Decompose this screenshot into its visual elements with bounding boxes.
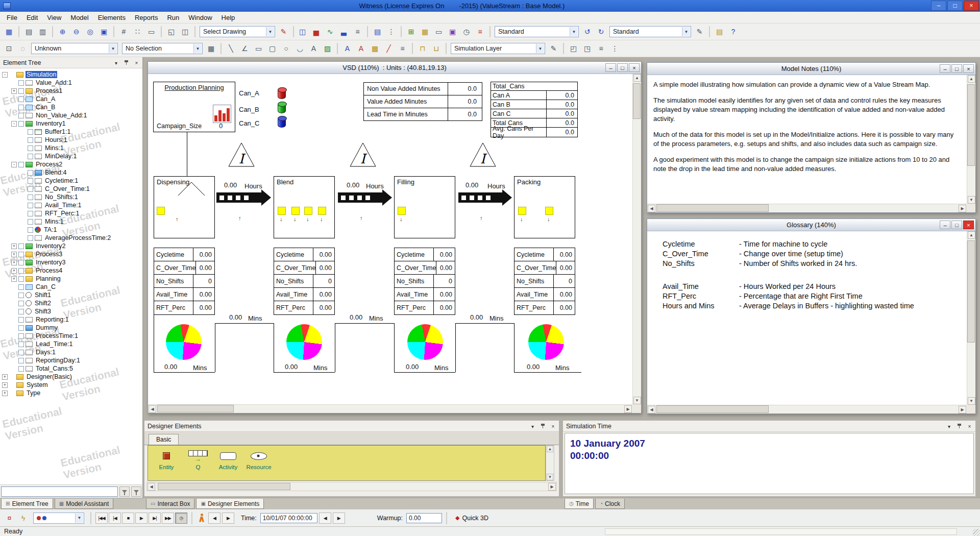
menu-item[interactable]: View <box>42 12 66 23</box>
tree-item[interactable]: - Simulation <box>0 70 142 79</box>
tree-item[interactable]: Can_C <box>0 283 142 291</box>
checkbox[interactable] <box>28 227 33 233</box>
scroll-down-icon[interactable]: ▼ <box>547 474 553 480</box>
run-to-time-button[interactable]: ◷ <box>175 513 187 524</box>
filter-input[interactable] <box>1 486 118 497</box>
experiment-icon[interactable]: ϟ <box>17 512 30 524</box>
menu-item[interactable]: Run <box>162 12 184 23</box>
line-color-icon[interactable]: ╱ <box>382 42 395 55</box>
checkbox[interactable] <box>28 211 33 216</box>
speed-down-button[interactable]: ◀ <box>208 513 220 524</box>
select-elements-icon[interactable]: ⊡ <box>3 42 15 55</box>
display-grid-icon[interactable]: ▦ <box>205 42 217 55</box>
tree-item[interactable]: Blend:4 <box>0 168 142 177</box>
tree-item[interactable]: Value_Add:1 <box>0 79 142 87</box>
model-actions-icon[interactable]: ¤ <box>3 512 16 524</box>
scroll-up-icon[interactable]: ▲ <box>633 74 641 82</box>
print-icon[interactable]: ▤ <box>22 26 35 38</box>
queue-square[interactable] <box>318 207 326 215</box>
pin-icon[interactable] <box>538 422 547 430</box>
filter-options-icon[interactable] <box>131 486 141 497</box>
delay-pie-dispensing[interactable] <box>166 324 202 360</box>
expander-icon[interactable]: - <box>11 121 17 127</box>
report-icon[interactable]: ≡ <box>351 26 364 38</box>
close-icon[interactable]: × <box>132 59 141 67</box>
align-icon[interactable]: ≡ <box>595 42 607 55</box>
close-icon[interactable]: × <box>965 422 974 430</box>
chevron-down-icon[interactable]: ▼ <box>536 44 544 53</box>
ruler-icon[interactable]: ▭ <box>145 26 158 38</box>
warmup-input[interactable] <box>406 513 442 523</box>
checkbox[interactable] <box>18 260 24 265</box>
timeseries-icon[interactable]: ∿ <box>324 26 336 38</box>
draw-text-icon[interactable]: A <box>307 42 320 55</box>
scroll-left-icon[interactable]: ◀ <box>648 406 655 413</box>
zoom-out-icon[interactable]: ⊖ <box>70 26 83 38</box>
palette-item[interactable]: Entity <box>151 449 182 470</box>
tree-item[interactable]: + Inventory3 <box>0 258 142 266</box>
tree-item[interactable]: Mins:1 <box>0 144 142 152</box>
font-color-icon[interactable]: A <box>355 42 368 55</box>
chevron-down-icon[interactable]: ▼ <box>109 44 117 53</box>
tree-item[interactable]: Hours:1 <box>0 136 142 144</box>
scroll-left-icon[interactable]: ◀ <box>149 405 156 413</box>
metric-box[interactable]: Non Value Added Minutes 0.0 <box>363 82 482 95</box>
total-cans-table[interactable]: Total_Cans Can A 0.0 Can B 0.0 <box>491 82 578 137</box>
can-a-icon[interactable] <box>278 88 286 99</box>
copy-display-icon[interactable]: ◫ <box>296 26 309 38</box>
tree-item[interactable]: Shift1 <box>0 291 142 299</box>
tree-item[interactable]: Can_A <box>0 95 142 103</box>
checkbox[interactable] <box>18 276 24 282</box>
tree-item[interactable]: Shift3 <box>0 307 142 315</box>
queue-square[interactable] <box>291 207 300 215</box>
palette-item-icon[interactable] <box>243 449 274 463</box>
chevron-down-icon[interactable]: ▼ <box>266 27 274 36</box>
zoom-in-icon[interactable]: ⊕ <box>56 26 69 38</box>
layer-combo[interactable]: Simulation Layer ▼ <box>451 43 545 54</box>
close-button[interactable]: × <box>963 64 974 73</box>
chevron-down-icon[interactable]: ▾ <box>945 422 953 430</box>
palette-item[interactable]: Resource <box>243 449 274 470</box>
minimize-button[interactable]: – <box>931 1 946 11</box>
walk-speed-icon[interactable] <box>199 514 205 523</box>
tree-item[interactable]: - Inventory1 <box>0 119 142 128</box>
run-to-start-button[interactable]: |◀◀ <box>95 513 108 524</box>
expander-icon[interactable]: - <box>2 72 8 78</box>
show-element-tree-icon[interactable]: ⊞ <box>405 26 418 38</box>
step-back-button[interactable]: |◀ <box>109 513 121 524</box>
tree-item[interactable]: C_Over_Time:1 <box>0 185 142 193</box>
tree-item[interactable]: + Planning <box>0 275 142 283</box>
display-style-combo[interactable]: Standard ▼ <box>495 26 579 37</box>
restore-button[interactable]: □ <box>951 221 962 229</box>
push-arrow-icon[interactable] <box>216 192 261 203</box>
tree-item[interactable]: ReportingDay:1 <box>0 356 142 364</box>
scrollbar-thumb[interactable] <box>967 240 975 343</box>
scroll-right-icon[interactable]: ▶ <box>959 205 966 212</box>
histogram-icon[interactable]: ▃ <box>337 26 350 38</box>
inventory-triangle-icon[interactable]: I <box>228 142 255 167</box>
scroll-down-icon[interactable]: ▼ <box>968 196 975 204</box>
element-type-combo[interactable]: Unknown ▼ <box>31 43 118 54</box>
queue-square[interactable] <box>278 207 286 215</box>
queue-square[interactable] <box>157 207 165 215</box>
menu-item[interactable]: Edit <box>22 12 42 23</box>
run-button[interactable]: ▶ <box>135 513 148 524</box>
scrollbar-thumb[interactable] <box>633 83 641 119</box>
checkbox[interactable] <box>18 113 24 118</box>
vsd-canvas[interactable]: Production Planning Campaign_Size 0 Can_… <box>148 74 632 404</box>
filter-icon[interactable] <box>119 486 130 497</box>
checkbox[interactable] <box>18 268 24 274</box>
vertical-scrollbar[interactable]: ▲ ▼ <box>546 445 554 481</box>
tree-item[interactable]: Shift2 <box>0 299 142 307</box>
metric-box[interactable]: Lead Time in Minutes 0.0 <box>363 108 482 121</box>
tree-item[interactable]: TA:1 <box>0 226 142 234</box>
checkbox[interactable] <box>28 235 33 241</box>
show-designer-elements-icon[interactable]: ▣ <box>446 26 459 38</box>
expander-icon[interactable]: + <box>2 382 8 388</box>
checkbox[interactable] <box>28 170 33 176</box>
zoom-fit-icon[interactable]: ▣ <box>97 26 110 38</box>
report-style-combo[interactable]: Standard ▼ <box>609 26 691 37</box>
palette-item[interactable]: Activity <box>213 449 243 470</box>
chart-icon[interactable]: ▅ <box>310 26 323 38</box>
chevron-down-icon[interactable]: ▾ <box>112 59 120 67</box>
